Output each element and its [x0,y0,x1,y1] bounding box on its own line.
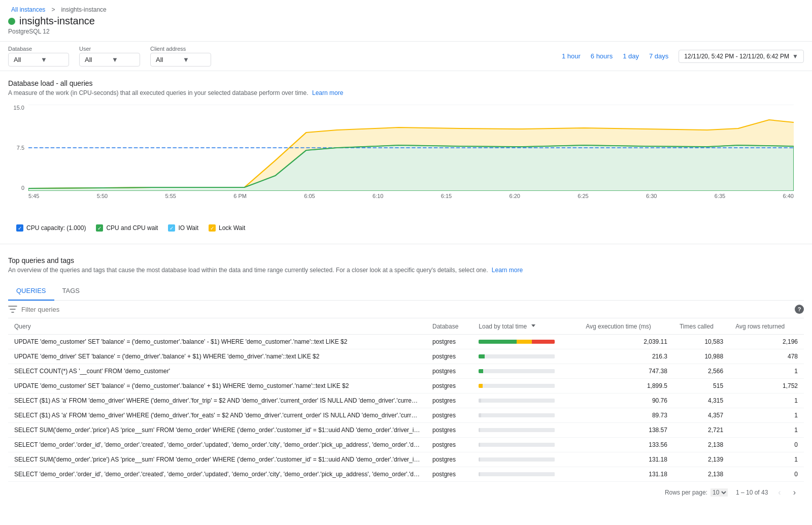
time-btn-6hours[interactable]: 6 hours [587,50,617,62]
cell-avg-rows: 1,752 [729,379,804,393]
cell-times-called: 4,315 [673,393,729,408]
help-icon[interactable]: ? [795,305,804,314]
cell-avg-rows: 1 [729,364,804,379]
cell-query: SELECT 'demo_order'.'order_id', 'demo_or… [8,467,426,482]
breadcrumb-instance: insights-instance [61,6,106,13]
cell-avg-rows: 0 [729,438,804,452]
time-btn-1day[interactable]: 1 day [619,50,643,62]
db-version: PostgreSQL 12 [0,28,812,41]
table-row[interactable]: UPDATE 'demo_customer' SET 'balance' = (… [8,379,804,393]
cell-load-bar [472,423,580,438]
user-select[interactable]: All ▼ [79,53,140,67]
table-row[interactable]: SELECT ($1) AS 'a' FROM 'demo_driver' WH… [8,408,804,423]
cell-database: postgres [426,467,472,482]
cell-load-bar [472,452,580,467]
cell-load-bar [472,408,580,423]
cell-database: postgres [426,408,472,423]
cell-avg-exec: 2,039.11 [580,335,673,349]
cell-database: postgres [426,438,472,452]
cell-avg-rows: 2,196 [729,335,804,349]
cell-avg-rows: 478 [729,349,804,364]
tab-queries[interactable]: QUERIES [8,282,54,301]
chart-x-axis: 5:45 5:50 5:55 6 PM 6:05 6:10 6:15 6:20 … [28,193,794,199]
legend-io-wait-checkbox: ✓ [168,224,175,232]
time-range-arrow-icon: ▼ [792,53,798,60]
col-load[interactable]: Load by total time [472,318,580,335]
database-select[interactable]: All ▼ [8,53,69,67]
filters-row: Database All ▼ User All ▼ Client address… [0,41,812,71]
chart-section: Database load - all queries A measure of… [0,71,812,240]
legend-cpu-capacity-checkbox: ✓ [16,224,23,232]
legend-io-wait[interactable]: ✓ IO Wait [168,224,198,232]
all-instances-link[interactable]: All instances [11,6,45,13]
cell-times-called: 2,566 [673,364,729,379]
cell-avg-exec: 131.18 [580,467,673,482]
cell-database: postgres [426,452,472,467]
cell-times-called: 515 [673,379,729,393]
queries-table: Query Database Load by total time Avg ex… [8,318,804,482]
database-value: All [14,56,37,63]
col-avg-rows: Avg rows returned [729,318,804,335]
breadcrumb: All instances > insights-instance [0,0,812,15]
rows-per-page-select[interactable]: 10 25 50 [710,488,728,497]
client-address-label: Client address [150,46,211,52]
cell-query: SELECT SUM('demo_order'.'price') AS 'pri… [8,452,426,467]
cell-query: SELECT COUNT(*) AS '__count' FROM 'demo_… [8,364,426,379]
user-value: All [85,56,108,63]
time-range-picker[interactable]: 12/11/20, 5:42 PM - 12/11/20, 6:42 PM ▼ [679,50,804,63]
instance-title-row: insights-instance [0,15,812,28]
table-row[interactable]: SELECT SUM('demo_order'.'price') AS 'pri… [8,452,804,467]
chart-svg [28,105,794,191]
cell-times-called: 2,721 [673,423,729,438]
table-row[interactable]: UPDATE 'demo_driver' SET 'balance' = ('d… [8,349,804,364]
cell-avg-exec: 1,899.5 [580,379,673,393]
col-times-called: Times called [673,318,729,335]
table-row[interactable]: SELECT 'demo_order'.'order_id', 'demo_or… [8,467,804,482]
top-queries-title: Top queries and tags [8,256,804,265]
table-row[interactable]: SELECT COUNT(*) AS '__count' FROM 'demo_… [8,364,804,379]
filter-rows-icon[interactable] [8,306,17,313]
legend-lock-wait-checkbox: ✓ [209,224,216,232]
cell-avg-exec: 747.38 [580,364,673,379]
database-label: Database [8,46,69,52]
cell-avg-exec: 131.18 [580,452,673,467]
time-btn-1hour[interactable]: 1 hour [558,50,585,62]
legend-lock-wait-label: Lock Wait [219,224,245,232]
legend-cpu-wait[interactable]: ✓ CPU and CPU wait [96,224,158,232]
table-pagination: Rows per page: 10 25 50 1 – 10 of 43 ‹ › [8,482,804,503]
legend-lock-wait[interactable]: ✓ Lock Wait [209,224,245,232]
table-row[interactable]: SELECT 'demo_order'.'order_id', 'demo_or… [8,438,804,452]
time-controls: 1 hour 6 hours 1 day 7 days 12/11/20, 5:… [558,50,804,63]
chart-legend: ✓ CPU capacity: (1.000) ✓ CPU and CPU wa… [8,220,804,232]
next-page-button[interactable]: › [791,486,798,499]
cell-database: postgres [426,364,472,379]
table-row[interactable]: SELECT SUM('demo_order'.'price') AS 'pri… [8,423,804,438]
filter-queries-input[interactable] [21,306,795,313]
cell-load-bar [472,467,580,482]
cell-query: SELECT SUM('demo_order'.'price') AS 'pri… [8,423,426,438]
cell-avg-exec: 216.3 [580,349,673,364]
time-btn-7days[interactable]: 7 days [645,50,672,62]
cell-avg-rows: 1 [729,393,804,408]
pagination-range: 1 – 10 of 43 [736,489,768,496]
table-row[interactable]: SELECT ($1) AS 'a' FROM 'demo_driver' WH… [8,393,804,408]
cpu-wait-area [28,145,794,191]
database-filter: Database All ▼ [8,46,69,67]
user-filter: User All ▼ [79,46,140,67]
top-queries-learn-more-link[interactable]: Learn more [492,267,523,274]
client-address-value: All [156,56,179,63]
cell-times-called: 2,139 [673,452,729,467]
cell-load-bar [472,364,580,379]
chart-learn-more-link[interactable]: Learn more [312,89,343,96]
cell-database: postgres [426,393,472,408]
client-address-select[interactable]: All ▼ [150,53,211,67]
col-avg-exec: Avg execution time (ms) [580,318,673,335]
col-database: Database [426,318,472,335]
legend-cpu-capacity[interactable]: ✓ CPU capacity: (1.000) [16,224,86,232]
cell-avg-exec: 133.56 [580,438,673,452]
prev-page-button[interactable]: ‹ [776,486,783,499]
table-row[interactable]: UPDATE 'demo_customer' SET 'balance' = (… [8,335,804,349]
chart-desc: A measure of the work (in CPU-seconds) t… [8,89,804,96]
tab-tags[interactable]: TAGS [54,282,88,301]
cell-query: UPDATE 'demo_customer' SET 'balance' = (… [8,379,426,393]
